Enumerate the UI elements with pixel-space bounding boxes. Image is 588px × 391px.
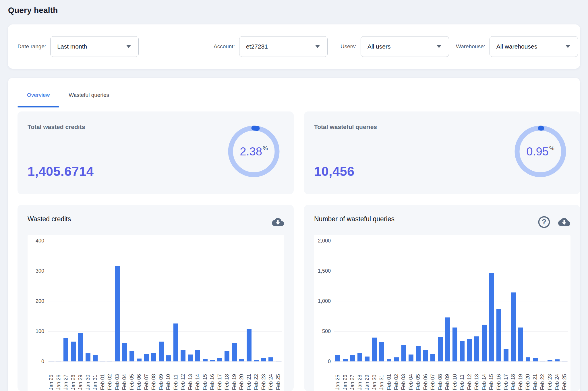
bar (86, 353, 90, 361)
x-tick-label: Jan 28 (357, 365, 363, 390)
x-tick-label: Feb 03 (401, 365, 407, 390)
percent-sign: % (263, 145, 268, 152)
chart-actions (272, 216, 284, 228)
x-tick-label: Jan 30 (85, 365, 91, 390)
bar (335, 355, 340, 361)
x-tick-label: Jan 26 (56, 365, 62, 390)
bar (372, 338, 377, 361)
warehouse-label: Warehouse: (456, 43, 485, 50)
bar (144, 354, 149, 361)
caret-down-icon (566, 45, 570, 48)
x-tick-label: Feb 14 (195, 365, 201, 390)
x-tick-label: Feb 12 (180, 365, 186, 390)
wasted-credits-donut: 2.38 % (228, 126, 280, 177)
bar (151, 353, 156, 361)
bar (343, 359, 348, 361)
tab-wasteful-queries[interactable]: Wasteful queries (59, 92, 119, 107)
x-tick-label: Feb 23 (261, 365, 267, 390)
x-axis-labels: Jan 25Jan 26Jan 27Jan 28Jan 29Jan 30Jan … (334, 365, 568, 390)
bar (445, 317, 450, 362)
x-tick-label: Feb 05 (415, 365, 421, 390)
users-select[interactable]: All users (361, 36, 449, 57)
x-tick-label: Feb 09 (444, 365, 450, 390)
caret-down-icon (126, 45, 131, 48)
wasted-credits-plot: 4003002001000Jan 25Jan 26Jan 27Jan 28Jan… (28, 235, 284, 391)
bar (268, 357, 273, 361)
donut-percent: 2.38 (240, 145, 262, 158)
bar (489, 273, 494, 361)
total-wasted-credits-card: Total wasted credits 1,405.6714 2.38 % (18, 111, 294, 194)
x-tick-label: Feb 22 (253, 365, 259, 390)
stat-value: 10,456 (314, 164, 355, 179)
bar (365, 357, 370, 361)
y-tick-label: 500 (314, 328, 331, 334)
bar (49, 361, 54, 361)
bar (217, 358, 222, 361)
stat-title: Total wasted credits (28, 124, 85, 130)
download-chart-button[interactable] (558, 216, 570, 228)
x-tick-label: Feb 18 (510, 365, 516, 390)
y-tick-label: 400 (28, 238, 44, 244)
bar (526, 357, 531, 361)
x-tick-label: Feb 10 (452, 365, 458, 390)
x-tick-label: Feb 05 (129, 365, 135, 390)
x-tick-label: Jan 25 (335, 365, 341, 390)
x-tick-label: Feb 17 (503, 365, 509, 390)
x-tick-label: Jan 29 (78, 365, 84, 390)
filter-bar: Date range: Last month Account: et27231 … (8, 24, 580, 69)
x-tick-label: Feb 24 (268, 365, 274, 390)
y-tick-label: 200 (28, 298, 44, 304)
x-tick-label: Feb 14 (481, 365, 487, 390)
stat-title: Total wasteful queries (314, 124, 377, 130)
x-tick-label: Feb 17 (217, 365, 223, 390)
x-tick-label: Feb 22 (539, 365, 546, 390)
x-tick-label: Feb 20 (239, 365, 245, 390)
bar (357, 353, 362, 361)
wasted-credits-chart-card: Wasted credits 4003002001000Jan 25Jan 26… (18, 205, 294, 391)
bar (100, 361, 105, 361)
download-chart-button[interactable] (272, 216, 284, 228)
gridline (48, 361, 282, 362)
chart-title: Number of wasteful queries (314, 215, 394, 223)
x-tick-label: Jan 27 (349, 365, 355, 390)
chart-title: Wasted credits (28, 215, 71, 223)
caret-down-icon (315, 45, 320, 48)
date-range-select[interactable]: Last month (50, 36, 139, 57)
bar (107, 361, 112, 361)
cloud-download-icon (558, 217, 570, 227)
help-button[interactable]: ? (538, 216, 550, 228)
bar (379, 342, 384, 361)
bar (78, 333, 83, 361)
bar (540, 361, 545, 361)
bar (210, 360, 215, 361)
y-tick-label: 0 (28, 358, 44, 365)
y-tick-label: 1,500 (314, 268, 331, 274)
wasteful-queries-donut: 0.95 % (514, 126, 566, 177)
bar (416, 346, 421, 361)
bar (93, 355, 98, 361)
x-tick-label: Feb 08 (151, 365, 157, 390)
x-tick-label: Feb 10 (165, 365, 171, 390)
bar (122, 343, 127, 361)
bar (460, 341, 465, 361)
tab-overview[interactable]: Overview (18, 92, 59, 107)
bar (548, 360, 552, 361)
warehouse-select[interactable]: All warehouses (490, 36, 578, 57)
x-tick-label: Feb 03 (114, 365, 120, 390)
bar (137, 359, 142, 362)
percent-sign: % (549, 145, 554, 152)
stat-value: 1,405.6714 (28, 164, 94, 179)
bar (63, 338, 68, 361)
bar (115, 266, 120, 361)
warehouse-value: All warehouses (496, 43, 537, 50)
caret-down-icon (437, 45, 441, 48)
bar (188, 355, 193, 361)
bar (467, 339, 472, 361)
total-wasteful-queries-card: Total wasteful queries 10,456 0.95 % (304, 111, 580, 194)
bar (394, 357, 399, 361)
bar (430, 354, 435, 361)
x-tick-label: Feb 25 (275, 365, 281, 390)
bar (409, 355, 413, 361)
x-tick-label: Feb 12 (467, 365, 473, 390)
account-select[interactable]: et27231 (239, 36, 328, 57)
